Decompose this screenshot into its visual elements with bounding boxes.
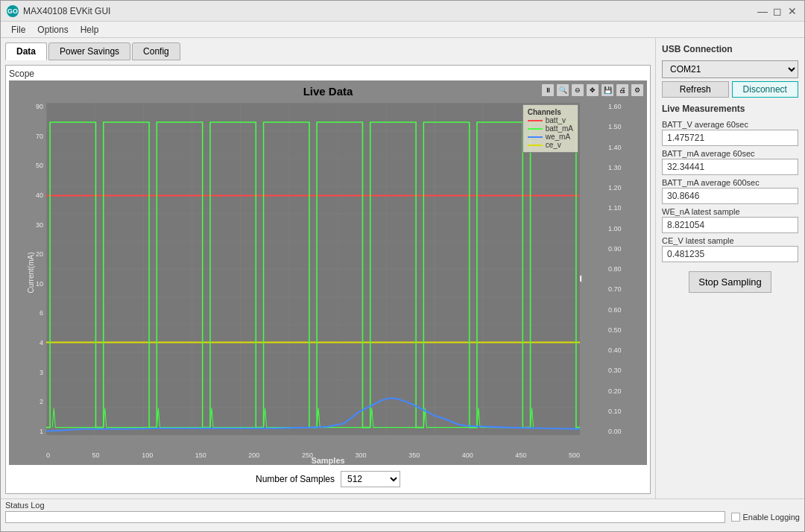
legend-ce-v: ce_v <box>528 141 573 149</box>
ry-1.60: 1.60 <box>608 103 622 110</box>
x-label-100: 100 <box>142 452 153 459</box>
settings-btn[interactable]: ⚙ <box>631 83 644 97</box>
chart-toolbar: ⏸ 🔍 ⊖ ✥ 💾 🖨 ⚙ <box>541 83 644 97</box>
measurement-label-2: BATT_mA average 600sec <box>662 178 798 187</box>
x-label-400: 400 <box>462 452 473 459</box>
pan-btn[interactable]: ✥ <box>586 83 599 97</box>
samples-select[interactable]: 512 256 1024 <box>341 471 400 487</box>
measurement-we-na: WE_nA latest sample 8.821054 <box>662 207 798 233</box>
minimize-button[interactable]: — <box>757 5 768 17</box>
ry-0.60: 0.60 <box>608 306 622 314</box>
right-panel: USB Connection COM21 Refresh Disconnect … <box>655 38 804 498</box>
left-panel: Data Power Savings Config Scope Live Dat… <box>1 38 655 498</box>
save-btn[interactable]: 💾 <box>601 83 614 97</box>
measurement-label-4: CE_V latest sample <box>662 236 798 245</box>
ry-1.00: 1.00 <box>608 225 622 232</box>
ry-0.40: 0.40 <box>608 346 622 354</box>
disconnect-button[interactable]: Disconnect <box>732 81 799 98</box>
menu-options[interactable]: Options <box>31 23 74 37</box>
measurement-value-2: 30.8646 <box>662 188 798 204</box>
usb-section: USB Connection COM21 Refresh Disconnect <box>662 44 798 98</box>
ry-1.40: 1.40 <box>608 144 622 151</box>
scope-label: Scope <box>9 69 647 79</box>
x-axis-title: Samples <box>311 456 344 465</box>
legend-color-batt-v <box>528 120 543 121</box>
zoom-out-btn[interactable]: ⊖ <box>571 83 584 97</box>
y-label-50: 50 <box>36 162 43 169</box>
enable-logging-label: Enable Logging <box>743 513 800 522</box>
y-label-40: 40 <box>36 191 43 199</box>
com-port-select[interactable]: COM21 <box>662 60 798 78</box>
x-label-450: 450 <box>515 452 526 459</box>
close-button[interactable]: ✕ <box>786 5 798 17</box>
y-label-90: 90 <box>36 103 43 110</box>
refresh-button[interactable]: Refresh <box>662 81 729 98</box>
window-title: MAX40108 EVKit GUI <box>23 6 757 16</box>
y-label-6: 6 <box>40 309 43 317</box>
status-log-content: Enable Logging <box>5 511 800 523</box>
measurement-label-3: WE_nA latest sample <box>662 207 798 216</box>
measurement-label-1: BATT_mA average 60sec <box>662 149 798 158</box>
y-label-20: 20 <box>36 250 43 258</box>
legend-label-ce-v: ce_v <box>546 141 561 149</box>
main-window: GO MAX40108 EVKit GUI — ◻ ✕ File Options… <box>0 0 805 532</box>
pause-btn[interactable]: ⏸ <box>541 83 555 97</box>
measurements-title: Live Measurements <box>662 104 798 114</box>
enable-logging: Enable Logging <box>731 513 800 522</box>
app-icon: GO <box>7 5 19 17</box>
measurement-label-0: BATT_V average 60sec <box>662 120 798 129</box>
ry-0.30: 0.30 <box>608 367 622 374</box>
legend-color-we-ma <box>528 136 543 138</box>
x-label-50: 50 <box>92 452 100 459</box>
y-label-1: 1 <box>40 428 43 435</box>
stop-sampling-button[interactable]: Stop Sampling <box>689 271 771 293</box>
enable-logging-checkbox[interactable] <box>731 513 740 522</box>
chart-svg <box>46 103 580 435</box>
menu-help[interactable]: Help <box>75 23 105 37</box>
y-label-2: 2 <box>40 398 43 405</box>
samples-row: Number of Samples 512 256 1024 <box>9 468 647 490</box>
chart-title: Live Data <box>303 85 353 98</box>
zoom-btn[interactable]: 🔍 <box>556 83 569 97</box>
legend-label-batt-v: batt_v <box>546 116 566 124</box>
legend-batt-v: batt_v <box>528 116 573 124</box>
x-label-350: 350 <box>408 452 420 459</box>
maximize-button[interactable]: ◻ <box>771 5 783 17</box>
usb-buttons: Refresh Disconnect <box>662 81 798 98</box>
ry-1.10: 1.10 <box>608 204 622 212</box>
legend-color-ce-v <box>528 145 543 146</box>
scope-section: Scope Live Data ⏸ 🔍 ⊖ ✥ 💾 🖨 ⚙ <box>5 65 651 494</box>
measurement-value-1: 32.34441 <box>662 159 798 175</box>
y-label-3: 3 <box>40 369 43 376</box>
ry-0.10: 0.10 <box>608 408 622 415</box>
measurements-section: Live Measurements BATT_V average 60sec 1… <box>662 104 798 293</box>
x-label-0: 0 <box>46 452 50 459</box>
ry-0.90: 0.90 <box>608 245 622 253</box>
ry-0.20: 0.20 <box>608 387 622 395</box>
measurement-batt-ma-60: BATT_mA average 60sec 32.34441 <box>662 149 798 175</box>
y-label-70: 70 <box>36 133 43 140</box>
menu-file[interactable]: File <box>5 23 31 37</box>
samples-label: Number of Samples <box>256 474 335 484</box>
x-label-500: 500 <box>569 452 580 459</box>
print-btn[interactable]: 🖨 <box>616 83 629 97</box>
ry-0.00: 0.00 <box>608 428 622 435</box>
measurement-value-3: 8.821054 <box>662 217 798 233</box>
measurement-value-0: 1.475721 <box>662 130 798 146</box>
ry-1.20: 1.20 <box>608 184 622 191</box>
legend-title: Channels <box>528 108 573 116</box>
chart-container: Live Data ⏸ 🔍 ⊖ ✥ 💾 🖨 ⚙ 90 70 <box>9 80 647 465</box>
y-label-30: 30 <box>36 221 43 229</box>
x-label-300: 300 <box>356 452 367 459</box>
ry-0.50: 0.50 <box>608 326 622 334</box>
y-axis-title: Current(mA) <box>27 252 35 293</box>
tab-config[interactable]: Config <box>132 42 180 60</box>
legend-batt-ma: batt_mA <box>528 124 573 133</box>
tab-power-savings[interactable]: Power Savings <box>48 42 130 60</box>
measurement-value-4: 0.481235 <box>662 246 798 262</box>
tab-bar: Data Power Savings Config <box>5 42 651 60</box>
tab-data[interactable]: Data <box>5 42 47 60</box>
legend-color-batt-ma <box>528 128 543 130</box>
measurement-batt-ma-600: BATT_mA average 600sec 30.8646 <box>662 178 798 204</box>
main-content: Data Power Savings Config Scope Live Dat… <box>1 38 804 498</box>
